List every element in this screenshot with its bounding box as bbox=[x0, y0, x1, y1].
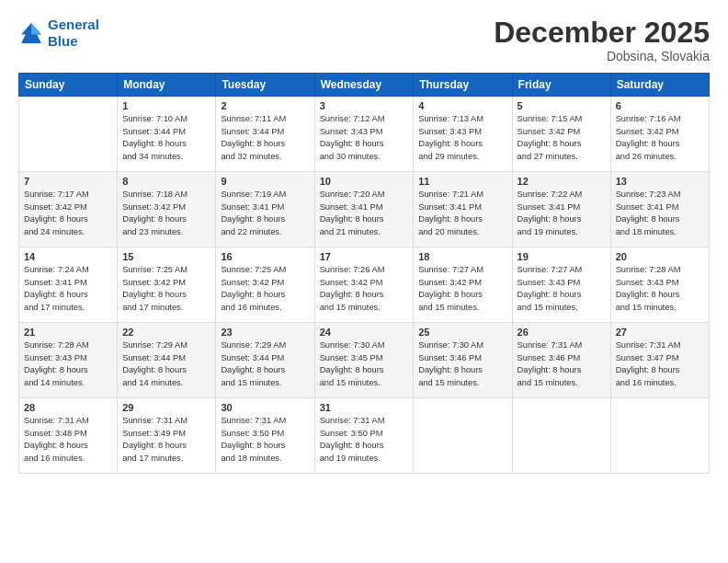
day-info: Sunrise: 7:23 AM Sunset: 3:41 PM Dayligh… bbox=[616, 189, 704, 238]
table-row: 23Sunrise: 7:29 AM Sunset: 3:44 PM Dayli… bbox=[216, 323, 314, 398]
calendar-week-row: 1Sunrise: 7:10 AM Sunset: 3:44 PM Daylig… bbox=[19, 97, 710, 172]
day-info: Sunrise: 7:28 AM Sunset: 3:43 PM Dayligh… bbox=[616, 264, 704, 314]
table-row: 25Sunrise: 7:30 AM Sunset: 3:46 PM Dayli… bbox=[414, 323, 512, 398]
day-number: 6 bbox=[616, 100, 704, 111]
day-info: Sunrise: 7:11 AM Sunset: 3:44 PM Dayligh… bbox=[221, 113, 309, 163]
day-number: 29 bbox=[122, 402, 210, 413]
day-number: 17 bbox=[320, 251, 409, 262]
table-row bbox=[414, 398, 512, 474]
day-number: 13 bbox=[616, 176, 704, 187]
day-number: 15 bbox=[122, 251, 210, 262]
day-number: 25 bbox=[418, 327, 506, 338]
day-info: Sunrise: 7:31 AM Sunset: 3:48 PM Dayligh… bbox=[24, 415, 112, 465]
table-row: 15Sunrise: 7:25 AM Sunset: 3:42 PM Dayli… bbox=[118, 247, 216, 323]
table-row: 3Sunrise: 7:12 AM Sunset: 3:43 PM Daylig… bbox=[314, 97, 414, 172]
col-sunday: Sunday bbox=[19, 74, 118, 97]
table-row: 13Sunrise: 7:23 AM Sunset: 3:41 PM Dayli… bbox=[610, 172, 709, 247]
table-row: 27Sunrise: 7:31 AM Sunset: 3:47 PM Dayli… bbox=[610, 323, 709, 398]
day-info: Sunrise: 7:25 AM Sunset: 3:42 PM Dayligh… bbox=[221, 264, 309, 314]
table-row: 8Sunrise: 7:18 AM Sunset: 3:42 PM Daylig… bbox=[118, 172, 216, 247]
col-thursday: Thursday bbox=[414, 74, 512, 97]
day-number: 18 bbox=[418, 251, 506, 262]
day-number: 2 bbox=[221, 100, 309, 111]
col-friday: Friday bbox=[512, 74, 610, 97]
day-number: 1 bbox=[122, 100, 210, 111]
day-number: 9 bbox=[221, 176, 309, 187]
table-row: 11Sunrise: 7:21 AM Sunset: 3:41 PM Dayli… bbox=[414, 172, 512, 247]
table-row bbox=[19, 97, 118, 172]
month-title: December 2025 bbox=[494, 17, 710, 49]
day-number: 14 bbox=[24, 251, 112, 262]
day-info: Sunrise: 7:10 AM Sunset: 3:44 PM Dayligh… bbox=[122, 113, 210, 163]
day-info: Sunrise: 7:31 AM Sunset: 3:49 PM Dayligh… bbox=[122, 415, 210, 465]
day-info: Sunrise: 7:22 AM Sunset: 3:41 PM Dayligh… bbox=[518, 189, 606, 238]
table-row: 6Sunrise: 7:16 AM Sunset: 3:42 PM Daylig… bbox=[610, 97, 709, 172]
header: General Blue December 2025 Dobsina, Slov… bbox=[18, 17, 710, 63]
table-row: 21Sunrise: 7:28 AM Sunset: 3:43 PM Dayli… bbox=[19, 323, 118, 398]
day-info: Sunrise: 7:15 AM Sunset: 3:42 PM Dayligh… bbox=[518, 113, 606, 163]
table-row: 12Sunrise: 7:22 AM Sunset: 3:41 PM Dayli… bbox=[512, 172, 610, 247]
logo: General Blue bbox=[18, 17, 99, 50]
table-row: 17Sunrise: 7:26 AM Sunset: 3:42 PM Dayli… bbox=[314, 247, 414, 323]
calendar-week-row: 14Sunrise: 7:24 AM Sunset: 3:41 PM Dayli… bbox=[19, 247, 710, 323]
calendar-table: Sunday Monday Tuesday Wednesday Thursday… bbox=[18, 73, 710, 474]
col-monday: Monday bbox=[118, 74, 216, 97]
calendar-week-row: 28Sunrise: 7:31 AM Sunset: 3:48 PM Dayli… bbox=[19, 398, 710, 474]
table-row: 24Sunrise: 7:30 AM Sunset: 3:45 PM Dayli… bbox=[314, 323, 414, 398]
col-tuesday: Tuesday bbox=[216, 74, 314, 97]
title-section: December 2025 Dobsina, Slovakia bbox=[494, 17, 710, 63]
day-number: 22 bbox=[122, 327, 210, 338]
table-row: 1Sunrise: 7:10 AM Sunset: 3:44 PM Daylig… bbox=[118, 97, 216, 172]
table-row: 4Sunrise: 7:13 AM Sunset: 3:43 PM Daylig… bbox=[414, 97, 512, 172]
table-row: 16Sunrise: 7:25 AM Sunset: 3:42 PM Dayli… bbox=[216, 247, 314, 323]
col-wednesday: Wednesday bbox=[314, 74, 414, 97]
table-row: 29Sunrise: 7:31 AM Sunset: 3:49 PM Dayli… bbox=[118, 398, 216, 474]
day-info: Sunrise: 7:29 AM Sunset: 3:44 PM Dayligh… bbox=[122, 339, 210, 389]
day-info: Sunrise: 7:26 AM Sunset: 3:42 PM Dayligh… bbox=[320, 264, 409, 314]
day-info: Sunrise: 7:20 AM Sunset: 3:41 PM Dayligh… bbox=[320, 189, 409, 238]
day-number: 8 bbox=[122, 176, 210, 187]
calendar-week-row: 21Sunrise: 7:28 AM Sunset: 3:43 PM Dayli… bbox=[19, 323, 710, 398]
day-info: Sunrise: 7:16 AM Sunset: 3:42 PM Dayligh… bbox=[616, 113, 704, 163]
day-number: 26 bbox=[518, 327, 606, 338]
table-row: 26Sunrise: 7:31 AM Sunset: 3:46 PM Dayli… bbox=[512, 323, 610, 398]
table-row bbox=[610, 398, 709, 474]
table-row: 5Sunrise: 7:15 AM Sunset: 3:42 PM Daylig… bbox=[512, 97, 610, 172]
day-info: Sunrise: 7:27 AM Sunset: 3:43 PM Dayligh… bbox=[518, 264, 606, 314]
table-row: 10Sunrise: 7:20 AM Sunset: 3:41 PM Dayli… bbox=[314, 172, 414, 247]
day-number: 31 bbox=[320, 402, 409, 413]
day-info: Sunrise: 7:12 AM Sunset: 3:43 PM Dayligh… bbox=[320, 113, 409, 163]
day-info: Sunrise: 7:25 AM Sunset: 3:42 PM Dayligh… bbox=[122, 264, 210, 314]
table-row: 31Sunrise: 7:31 AM Sunset: 3:50 PM Dayli… bbox=[314, 398, 414, 474]
day-number: 27 bbox=[616, 327, 704, 338]
logo-line2: Blue bbox=[48, 33, 78, 49]
day-info: Sunrise: 7:31 AM Sunset: 3:50 PM Dayligh… bbox=[320, 415, 409, 465]
page: General Blue December 2025 Dobsina, Slov… bbox=[0, 0, 728, 563]
table-row: 30Sunrise: 7:31 AM Sunset: 3:50 PM Dayli… bbox=[216, 398, 314, 474]
day-info: Sunrise: 7:21 AM Sunset: 3:41 PM Dayligh… bbox=[418, 189, 506, 238]
day-number: 4 bbox=[418, 100, 506, 111]
day-info: Sunrise: 7:27 AM Sunset: 3:42 PM Dayligh… bbox=[418, 264, 506, 314]
table-row: 20Sunrise: 7:28 AM Sunset: 3:43 PM Dayli… bbox=[610, 247, 709, 323]
day-number: 3 bbox=[320, 100, 409, 111]
day-info: Sunrise: 7:30 AM Sunset: 3:45 PM Dayligh… bbox=[320, 339, 409, 389]
col-saturday: Saturday bbox=[610, 74, 709, 97]
day-info: Sunrise: 7:31 AM Sunset: 3:47 PM Dayligh… bbox=[616, 339, 704, 389]
table-row: 18Sunrise: 7:27 AM Sunset: 3:42 PM Dayli… bbox=[414, 247, 512, 323]
day-number: 5 bbox=[518, 100, 606, 111]
day-number: 30 bbox=[221, 402, 309, 413]
calendar-week-row: 7Sunrise: 7:17 AM Sunset: 3:42 PM Daylig… bbox=[19, 172, 710, 247]
day-info: Sunrise: 7:13 AM Sunset: 3:43 PM Dayligh… bbox=[418, 113, 506, 163]
day-info: Sunrise: 7:19 AM Sunset: 3:41 PM Dayligh… bbox=[221, 189, 309, 238]
day-number: 21 bbox=[24, 327, 112, 338]
day-info: Sunrise: 7:30 AM Sunset: 3:46 PM Dayligh… bbox=[418, 339, 506, 389]
logo-icon bbox=[18, 20, 44, 46]
day-info: Sunrise: 7:28 AM Sunset: 3:43 PM Dayligh… bbox=[24, 339, 112, 389]
day-number: 10 bbox=[320, 176, 409, 187]
day-info: Sunrise: 7:29 AM Sunset: 3:44 PM Dayligh… bbox=[221, 339, 309, 389]
table-row: 7Sunrise: 7:17 AM Sunset: 3:42 PM Daylig… bbox=[19, 172, 118, 247]
logo-line1: General bbox=[48, 17, 99, 32]
day-number: 11 bbox=[418, 176, 506, 187]
table-row bbox=[512, 398, 610, 474]
day-number: 16 bbox=[221, 251, 309, 262]
